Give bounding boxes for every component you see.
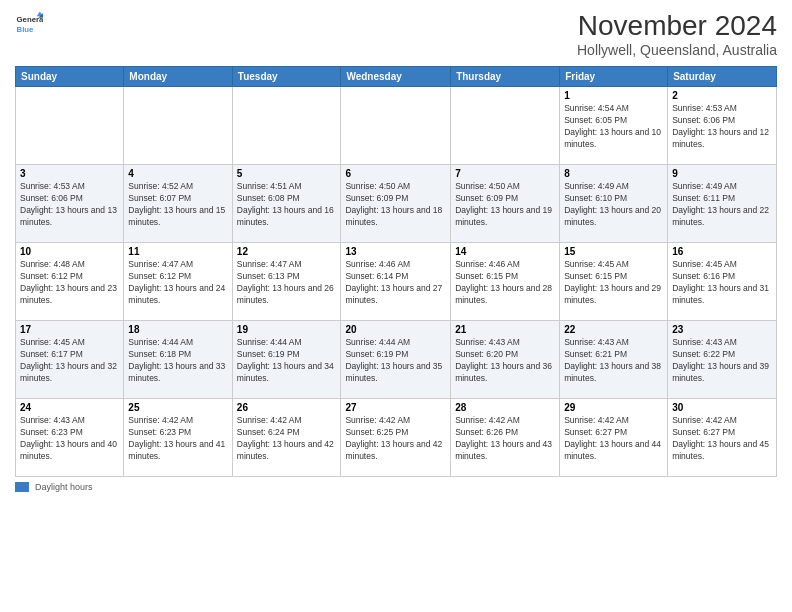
table-row: 4Sunrise: 4:52 AM Sunset: 6:07 PM Daylig… [124,165,232,243]
table-row [451,87,560,165]
day-info: Sunrise: 4:44 AM Sunset: 6:18 PM Dayligh… [128,337,227,385]
day-info: Sunrise: 4:46 AM Sunset: 6:14 PM Dayligh… [345,259,446,307]
table-row: 10Sunrise: 4:48 AM Sunset: 6:12 PM Dayli… [16,243,124,321]
day-info: Sunrise: 4:43 AM Sunset: 6:20 PM Dayligh… [455,337,555,385]
day-number: 18 [128,324,227,335]
day-number: 20 [345,324,446,335]
table-row: 12Sunrise: 4:47 AM Sunset: 6:13 PM Dayli… [232,243,341,321]
day-info: Sunrise: 4:42 AM Sunset: 6:27 PM Dayligh… [672,415,772,463]
table-row [16,87,124,165]
month-title: November 2024 [577,10,777,42]
table-row: 28Sunrise: 4:42 AM Sunset: 6:26 PM Dayli… [451,399,560,477]
day-info: Sunrise: 4:45 AM Sunset: 6:16 PM Dayligh… [672,259,772,307]
day-info: Sunrise: 4:42 AM Sunset: 6:23 PM Dayligh… [128,415,227,463]
svg-text:Blue: Blue [17,25,35,34]
footer: Daylight hours [15,482,777,492]
day-number: 19 [237,324,337,335]
table-row: 20Sunrise: 4:44 AM Sunset: 6:19 PM Dayli… [341,321,451,399]
day-number: 29 [564,402,663,413]
day-number: 3 [20,168,119,179]
table-row: 24Sunrise: 4:43 AM Sunset: 6:23 PM Dayli… [16,399,124,477]
day-number: 26 [237,402,337,413]
table-row: 5Sunrise: 4:51 AM Sunset: 6:08 PM Daylig… [232,165,341,243]
day-number: 22 [564,324,663,335]
day-info: Sunrise: 4:52 AM Sunset: 6:07 PM Dayligh… [128,181,227,229]
table-row: 23Sunrise: 4:43 AM Sunset: 6:22 PM Dayli… [668,321,777,399]
day-number: 27 [345,402,446,413]
day-info: Sunrise: 4:53 AM Sunset: 6:06 PM Dayligh… [20,181,119,229]
svg-text:General: General [17,15,43,24]
table-row: 7Sunrise: 4:50 AM Sunset: 6:09 PM Daylig… [451,165,560,243]
table-row: 14Sunrise: 4:46 AM Sunset: 6:15 PM Dayli… [451,243,560,321]
day-number: 15 [564,246,663,257]
table-row: 11Sunrise: 4:47 AM Sunset: 6:12 PM Dayli… [124,243,232,321]
day-info: Sunrise: 4:42 AM Sunset: 6:24 PM Dayligh… [237,415,337,463]
table-row [232,87,341,165]
table-row: 25Sunrise: 4:42 AM Sunset: 6:23 PM Dayli… [124,399,232,477]
day-number: 17 [20,324,119,335]
table-row: 19Sunrise: 4:44 AM Sunset: 6:19 PM Dayli… [232,321,341,399]
table-row: 21Sunrise: 4:43 AM Sunset: 6:20 PM Dayli… [451,321,560,399]
table-row: 22Sunrise: 4:43 AM Sunset: 6:21 PM Dayli… [560,321,668,399]
day-number: 21 [455,324,555,335]
header-friday: Friday [560,67,668,87]
day-number: 16 [672,246,772,257]
day-number: 30 [672,402,772,413]
day-info: Sunrise: 4:42 AM Sunset: 6:25 PM Dayligh… [345,415,446,463]
table-row: 27Sunrise: 4:42 AM Sunset: 6:25 PM Dayli… [341,399,451,477]
day-number: 12 [237,246,337,257]
table-row: 8Sunrise: 4:49 AM Sunset: 6:10 PM Daylig… [560,165,668,243]
day-number: 8 [564,168,663,179]
day-number: 24 [20,402,119,413]
day-number: 28 [455,402,555,413]
day-number: 10 [20,246,119,257]
day-number: 6 [345,168,446,179]
table-row: 13Sunrise: 4:46 AM Sunset: 6:14 PM Dayli… [341,243,451,321]
calendar-week-row: 10Sunrise: 4:48 AM Sunset: 6:12 PM Dayli… [16,243,777,321]
day-info: Sunrise: 4:48 AM Sunset: 6:12 PM Dayligh… [20,259,119,307]
day-number: 25 [128,402,227,413]
day-info: Sunrise: 4:49 AM Sunset: 6:11 PM Dayligh… [672,181,772,229]
subtitle: Hollywell, Queensland, Australia [577,42,777,58]
header-monday: Monday [124,67,232,87]
header-saturday: Saturday [668,67,777,87]
header-wednesday: Wednesday [341,67,451,87]
title-block: November 2024 Hollywell, Queensland, Aus… [577,10,777,58]
day-number: 1 [564,90,663,101]
day-info: Sunrise: 4:46 AM Sunset: 6:15 PM Dayligh… [455,259,555,307]
calendar-week-row: 24Sunrise: 4:43 AM Sunset: 6:23 PM Dayli… [16,399,777,477]
day-info: Sunrise: 4:53 AM Sunset: 6:06 PM Dayligh… [672,103,772,151]
calendar-week-row: 17Sunrise: 4:45 AM Sunset: 6:17 PM Dayli… [16,321,777,399]
table-row: 9Sunrise: 4:49 AM Sunset: 6:11 PM Daylig… [668,165,777,243]
logo: General Blue [15,10,43,38]
day-number: 11 [128,246,227,257]
day-info: Sunrise: 4:47 AM Sunset: 6:12 PM Dayligh… [128,259,227,307]
day-number: 7 [455,168,555,179]
calendar-week-row: 1Sunrise: 4:54 AM Sunset: 6:05 PM Daylig… [16,87,777,165]
table-row: 18Sunrise: 4:44 AM Sunset: 6:18 PM Dayli… [124,321,232,399]
table-row: 17Sunrise: 4:45 AM Sunset: 6:17 PM Dayli… [16,321,124,399]
table-row: 30Sunrise: 4:42 AM Sunset: 6:27 PM Dayli… [668,399,777,477]
day-info: Sunrise: 4:42 AM Sunset: 6:26 PM Dayligh… [455,415,555,463]
day-number: 23 [672,324,772,335]
table-row: 15Sunrise: 4:45 AM Sunset: 6:15 PM Dayli… [560,243,668,321]
day-info: Sunrise: 4:49 AM Sunset: 6:10 PM Dayligh… [564,181,663,229]
day-info: Sunrise: 4:44 AM Sunset: 6:19 PM Dayligh… [237,337,337,385]
day-number: 13 [345,246,446,257]
day-info: Sunrise: 4:47 AM Sunset: 6:13 PM Dayligh… [237,259,337,307]
day-info: Sunrise: 4:43 AM Sunset: 6:21 PM Dayligh… [564,337,663,385]
daylight-label: Daylight hours [35,482,93,492]
day-info: Sunrise: 4:50 AM Sunset: 6:09 PM Dayligh… [345,181,446,229]
daylight-legend-color [15,482,29,492]
day-info: Sunrise: 4:44 AM Sunset: 6:19 PM Dayligh… [345,337,446,385]
table-row: 6Sunrise: 4:50 AM Sunset: 6:09 PM Daylig… [341,165,451,243]
day-info: Sunrise: 4:45 AM Sunset: 6:15 PM Dayligh… [564,259,663,307]
table-row [124,87,232,165]
day-number: 9 [672,168,772,179]
day-info: Sunrise: 4:54 AM Sunset: 6:05 PM Dayligh… [564,103,663,151]
table-row: 3Sunrise: 4:53 AM Sunset: 6:06 PM Daylig… [16,165,124,243]
day-info: Sunrise: 4:51 AM Sunset: 6:08 PM Dayligh… [237,181,337,229]
day-info: Sunrise: 4:50 AM Sunset: 6:09 PM Dayligh… [455,181,555,229]
table-row: 29Sunrise: 4:42 AM Sunset: 6:27 PM Dayli… [560,399,668,477]
header: General Blue November 2024 Hollywell, Qu… [15,10,777,58]
